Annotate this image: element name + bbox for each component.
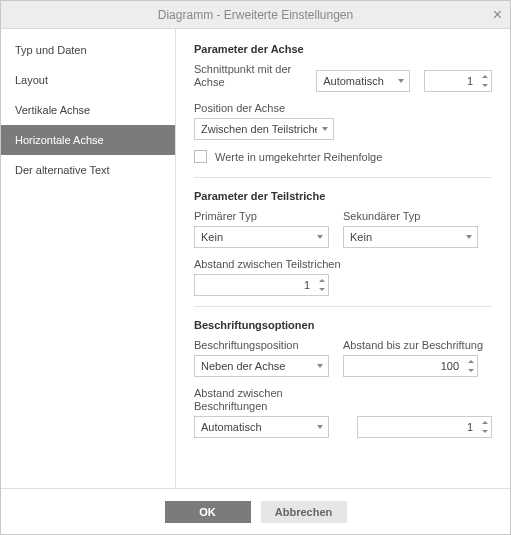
label-interval-input[interactable] (358, 417, 477, 437)
secondary-type-select[interactable]: Kein (343, 226, 478, 248)
label-interval-mode-select[interactable]: Automatisch (194, 416, 329, 438)
dialog: Diagramm - Erweiterte Einstellungen × Ty… (0, 0, 511, 535)
dialog-footer: OK Abbrechen (1, 488, 510, 534)
sidebar-item-vertical-axis[interactable]: Vertikale Achse (1, 95, 175, 125)
sidebar: Typ und Daten Layout Vertikale Achse Hor… (1, 29, 176, 488)
chevron-up-icon[interactable] (319, 279, 325, 282)
sidebar-item-horizontal-axis[interactable]: Horizontale Achse (1, 125, 175, 155)
sidebar-item-alt-text[interactable]: Der alternative Text (1, 155, 175, 185)
label-interval-spinner[interactable] (357, 416, 492, 438)
content-pane: Parameter der Achse Schnittpunkt mit der… (176, 29, 510, 488)
tick-interval-spinner[interactable] (194, 274, 329, 296)
reverse-checkbox[interactable] (194, 150, 207, 163)
cross-value-input[interactable] (425, 71, 477, 91)
sidebar-item-type-data[interactable]: Typ und Daten (1, 35, 175, 65)
position-label: Position der Achse (194, 102, 334, 115)
sidebar-item-layout[interactable]: Layout (1, 65, 175, 95)
spacer (357, 400, 492, 413)
primary-type-select[interactable]: Kein (194, 226, 329, 248)
divider (194, 306, 492, 307)
axis-position-select[interactable]: Zwischen den Teilstrichen (194, 118, 334, 140)
titlebar: Diagramm - Erweiterte Einstellungen × (1, 1, 510, 29)
axis-params-title: Parameter der Achse (194, 43, 492, 55)
label-position-value: Neben der Achse (201, 360, 285, 372)
tick-interval-input[interactable] (195, 275, 314, 295)
label-interval-mode-value: Automatisch (201, 421, 262, 433)
label-distance-spinner[interactable] (343, 355, 478, 377)
label-distance-input[interactable] (344, 356, 463, 376)
axis-position-value: Zwischen den Teilstrichen (201, 123, 317, 135)
cross-mode-select[interactable]: Automatisch (316, 70, 410, 92)
primary-type-label: Primärer Typ (194, 210, 329, 223)
dialog-body: Typ und Daten Layout Vertikale Achse Hor… (1, 29, 510, 488)
cross-value-spinner[interactable] (424, 70, 492, 92)
close-icon[interactable]: × (493, 5, 502, 25)
reverse-label: Werte in umgekehrter Reihenfolge (215, 151, 382, 163)
dialog-title: Diagramm - Erweiterte Einstellungen (158, 8, 353, 22)
secondary-type-value: Kein (350, 231, 372, 243)
chevron-down-icon[interactable] (482, 430, 488, 433)
label-position-select[interactable]: Neben der Achse (194, 355, 329, 377)
label-interval-label: Abstand zwischen Beschriftungen (194, 387, 343, 413)
secondary-type-label: Sekundärer Typ (343, 210, 478, 223)
tick-interval-label: Abstand zwischen Teilstrichen (194, 258, 341, 271)
primary-type-value: Kein (201, 231, 223, 243)
chevron-down-icon[interactable] (482, 84, 488, 87)
label-position-label: Beschriftungsposition (194, 339, 329, 352)
divider (194, 177, 492, 178)
chevron-down-icon[interactable] (468, 369, 474, 372)
label-opts-title: Beschriftungsoptionen (194, 319, 492, 331)
label-distance-label: Abstand bis zur Beschriftung (343, 339, 483, 352)
chevron-up-icon[interactable] (468, 360, 474, 363)
chevron-up-icon[interactable] (482, 421, 488, 424)
cross-label: Schnittpunkt mit der Achse (194, 63, 302, 89)
cancel-button[interactable]: Abbrechen (261, 501, 347, 523)
tick-params-title: Parameter der Teilstriche (194, 190, 492, 202)
cross-mode-value: Automatisch (323, 75, 384, 87)
ok-button[interactable]: OK (165, 501, 251, 523)
chevron-down-icon[interactable] (319, 288, 325, 291)
chevron-up-icon[interactable] (482, 75, 488, 78)
